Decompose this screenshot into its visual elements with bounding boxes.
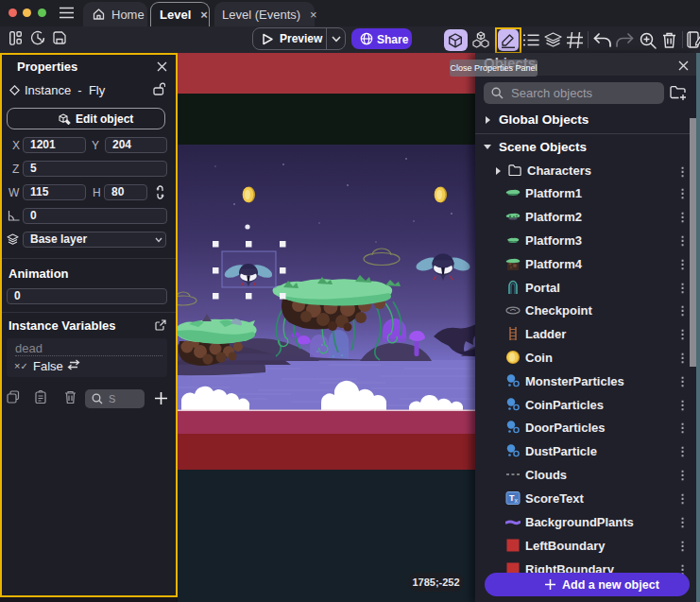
svg-text:x: x <box>515 497 519 504</box>
